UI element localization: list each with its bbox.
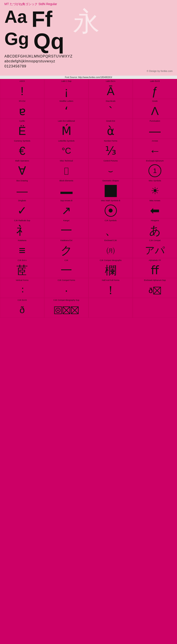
cell-diacriticals: Diacriticals ` <box>88 99 133 119</box>
source-info: Font Source: http://www.fontke.com/18548… <box>0 76 177 79</box>
credit: © Design by fontke.com <box>4 70 172 72</box>
svg-point-5 <box>57 310 59 311</box>
char-dingbats: ✓ <box>17 205 27 216</box>
label-currency-symbols: Currency Symbols <box>0 140 44 142</box>
label-greek: Greek <box>133 100 177 102</box>
cell-empty-1 <box>88 298 133 318</box>
cell-vertical-forms: Vertical Forms ∶ <box>0 278 44 298</box>
cell-misc-arrows: Misc Arrows ⬅ <box>133 198 177 218</box>
cell-cjk-symbols: CJK Symbols 、 <box>88 218 133 238</box>
label-misc-math-b: Misc Math Symbols B <box>89 200 132 202</box>
label-dingbats: Dingbats <box>0 200 44 202</box>
char-sup-arrows-b: ↗ <box>62 205 71 216</box>
cell-hiragana: Hiragana あ <box>133 218 177 238</box>
cell-kangxi: Kangxi ⼀ <box>44 218 88 238</box>
char-punctuation: — <box>149 125 161 137</box>
cell-math-operators: Math Operators ∀ <box>0 158 44 178</box>
char-cyrillic: Ё <box>18 125 26 137</box>
preview-char-ff: Ff <box>32 8 52 30</box>
label-misc-arrows: Misc Arrows <box>133 200 177 202</box>
cell-enclosed-alphanum-sup: Enclosed Alphanum Sup ð <box>133 278 177 298</box>
char-block-elements <box>60 192 72 194</box>
char-latin-ext-a: Ā <box>107 85 114 97</box>
header-section: MT たづがね角ゴシック StdN Regular Aa Ff Gg Qq 永 … <box>0 0 177 76</box>
char-hiragana: あ <box>149 225 161 236</box>
label-cjk-compat-ideography-sup: CJK Compat Ideography Sup <box>44 299 88 302</box>
char-ipa-ext: ɐ <box>19 105 26 117</box>
cell-greek-ext: Greek Ext ὰ <box>88 119 133 139</box>
preview-char-qq: Qq <box>34 30 64 52</box>
label-box-drawing: Box Drawing <box>0 180 44 182</box>
cell-cjk-ext-a: CJK Ext A 茝 <box>0 258 44 278</box>
char-number-forms: ⅓ <box>105 145 116 156</box>
label-cjk-compat: CJK Compat <box>133 239 177 242</box>
label-enclosed-alphanum-sup: Enclosed Alphanum Sup <box>133 279 177 282</box>
label-cjk-symbols: CJK Symbols <box>89 220 132 222</box>
char-greek: Λ <box>151 105 159 117</box>
label-geometric-shapes: Geometric Shapes <box>89 180 132 182</box>
char-cjk-compat-ideographs: 欄 <box>105 264 116 276</box>
label-punctuation: Punctuation <box>133 120 177 122</box>
label-latin1sup: Latin 1 Sup <box>44 80 88 82</box>
cell-block-elements: Block Elements <box>44 178 88 198</box>
cell-half-full-forms: Half And Full Forms ！ <box>88 278 133 298</box>
cell-number-forms: Number Forms ⅓ <box>88 139 133 158</box>
label-cjk-ext-a: CJK Ext A <box>0 259 44 262</box>
cell-enclosed-alphanum: Enclosed Alphanum 1 <box>133 158 177 178</box>
preview-char-gg: Gg <box>4 30 29 52</box>
label-letterlike-symbols: Letterlike Symbols <box>44 140 88 142</box>
char-currency-symbols: € <box>19 145 26 156</box>
cell-enclosed-cjk: Enclosed CJK ㈪ <box>88 238 133 258</box>
cell-letterlike-symbols: Letterlike Symbols °C <box>44 139 88 158</box>
char-vertical-forms: ∶ <box>22 286 23 295</box>
label-half-full-forms: Half And Full Forms <box>89 279 132 282</box>
char-alphabetic-ff: ﬀ <box>151 264 159 276</box>
char-latin-ext-b: ƒ <box>152 85 158 97</box>
char-cjk-ext-b: ð <box>20 306 24 315</box>
kanji-preview: 永 <box>73 8 100 34</box>
char-cjk: 一 <box>60 264 72 276</box>
char-cjk-radicals-sup: ⺭ <box>16 225 28 236</box>
char-cjk-compat-ideography-sup <box>54 306 79 314</box>
char-control-pictures: ⌣ <box>108 167 113 175</box>
label-cjk-compat-forms: CJK Compat Forms <box>44 279 88 282</box>
cell-latin-ext-b: Latin Ext B ƒ <box>133 79 177 99</box>
char-misc-technical: ⌷ <box>64 166 69 175</box>
cell-katakana: Katakana ≡ <box>0 238 44 258</box>
label-latin-ext-a: Latin Ext A <box>89 80 132 82</box>
char-arrows: ← <box>149 145 161 156</box>
label-misc-technical: Misc Technical <box>44 160 88 162</box>
alphabet-lower: abcdefghijklmnopqrstuvwxyz <box>4 59 172 64</box>
label-diacriticals: Diacriticals <box>89 100 132 102</box>
alphabet-upper: ABCDEFGHIJKLMNOPQRSTUVWXYZ <box>4 54 172 59</box>
label-ascii: ASCII <box>0 80 44 82</box>
label-katakana-ext: Katakana Ext <box>44 239 88 242</box>
char-cjk-symbols: 、 <box>105 225 116 236</box>
cell-punctuation: Punctuation — <box>133 119 177 139</box>
label-latin-ext-additional: Latin Ext Additional <box>44 120 88 122</box>
char-half-full-forms: ！ <box>105 284 116 296</box>
cell-misc-math-b: Misc Math Symbols B <box>88 198 133 218</box>
label-kangxi: Kangxi <box>44 220 88 222</box>
char-greek-ext: ὰ <box>107 125 114 137</box>
label-cjk-compat-ideographs: CJK Compat Ideographs <box>89 259 132 262</box>
label-sup-arrows-b: Sup Arrows B <box>44 200 88 202</box>
digits: 0123456789 <box>4 64 172 69</box>
label-ipa-ext: IPA Ext <box>0 100 44 102</box>
cell-arrows: Arrows ← <box>133 139 177 158</box>
cell-cyrillic: Cyrillic Ё <box>0 119 44 139</box>
cell-box-drawing: Box Drawing <box>0 178 44 198</box>
char-enclosed-alphanum: 1 <box>148 164 161 177</box>
cell-latin-ext-additional: Latin Ext Additional Ḿ <box>44 119 88 139</box>
cell-ascii: ASCII ! <box>0 79 44 99</box>
label-alphabetic-ff: Alphabetic FF <box>133 259 177 262</box>
preview-area: Aa Ff Gg Qq 永 <box>4 8 172 52</box>
char-diacriticals: ` <box>109 105 112 117</box>
label-cjk-ext-b: CJK Ext B <box>0 299 44 302</box>
cell-cjk-radicals-sup: CJK Radicals Sup ⺭ <box>0 218 44 238</box>
cell-geometric-shapes: Geometric Shapes <box>88 178 133 198</box>
alphabet-section: ABCDEFGHIJKLMNOPQRSTUVWXYZ abcdefghijklm… <box>4 54 172 69</box>
char-modifier-letters: ʻ <box>64 105 68 117</box>
char-kangxi: ⼀ <box>60 225 72 236</box>
label-misc-symbols: Misc Symbols <box>133 180 177 182</box>
